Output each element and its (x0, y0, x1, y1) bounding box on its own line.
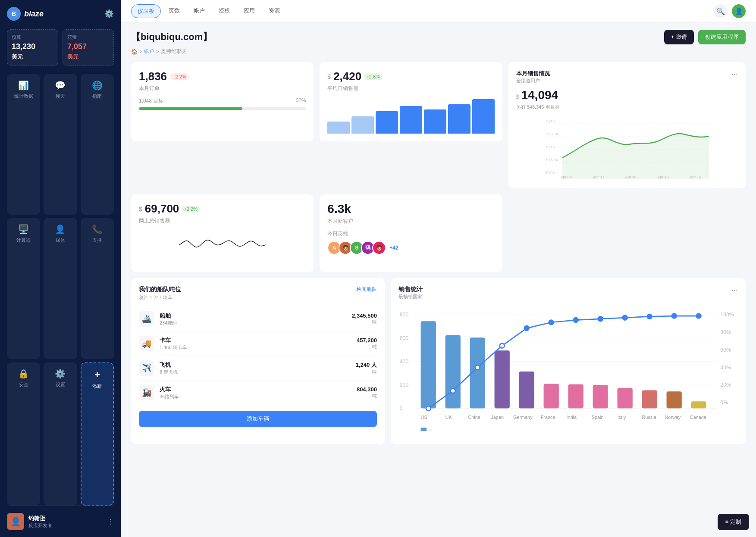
hero-avatar-5: 🧑 (372, 241, 386, 255)
monthly-more-btn[interactable]: ··· (731, 70, 738, 79)
breadcrumb-current: 奥弗维耶夫 (161, 48, 187, 55)
avg-sales-card: $ 2,420 ↑2.6% 平均日销售额 (320, 62, 502, 141)
train-count: 36路列车 (160, 393, 351, 400)
breadcrumb-accounts[interactable]: 帐户 (144, 48, 154, 55)
user-avatar: 👤 (7, 513, 24, 530)
bottom-row: 我们的船队吨位 总计 1,247 辆车 检阅舰队 🚢 船舶 234艘船 2,34… (131, 278, 746, 444)
nav-item-stats[interactable]: 📊 统计数据 (7, 74, 40, 215)
user-info: 约翰逊 反应开发者 (28, 515, 103, 529)
logo: B blaze (7, 7, 44, 21)
create-app-button[interactable]: 创建应用程序 (698, 30, 746, 44)
svg-text:Italy: Italy (617, 415, 626, 420)
support-icon: 📞 (92, 224, 103, 234)
orders-label: 本月订单 (139, 85, 306, 92)
svg-text:France: France (541, 415, 555, 420)
sidebar-footer: 👤 约翰逊 反应开发者 ⋮ (7, 506, 114, 530)
svg-text:40%: 40% (720, 365, 731, 371)
total-badge: ↑2.2% (182, 206, 200, 212)
svg-point-32 (475, 365, 480, 370)
invite-button[interactable]: + 邀请 (664, 30, 694, 44)
svg-text:Russia: Russia (642, 415, 656, 420)
truck-info: 卡车 1,460 辆卡车 (160, 337, 351, 351)
orders-card: 1,836 ↓2.2% 本月订单 1,048 目标 62% (131, 62, 314, 141)
monthly-amount: 14,094 (521, 88, 558, 102)
total-value: 69,700 (145, 202, 179, 215)
tab-auth[interactable]: 授权 (213, 4, 236, 18)
logo-text: blaze (24, 9, 44, 19)
budget-card: 预算 13,230美元 (7, 29, 58, 66)
orders-badge: ↓2.2% (170, 73, 189, 80)
user-role: 反应开发者 (28, 522, 103, 529)
nav-label-media: 媒体 (56, 237, 65, 244)
nav-item-chat[interactable]: 💬 聊天 (44, 74, 77, 215)
train-info: 火车 36路列车 (160, 386, 351, 400)
progress-pct: 62% (295, 97, 306, 105)
svg-text:Norway: Norway (665, 415, 681, 420)
nav-label-settings: 设置 (56, 381, 65, 388)
security-icon: 🔒 (18, 368, 29, 379)
nav-item-guide[interactable]: 🌐 指南 (81, 74, 114, 215)
nav-item-calc[interactable]: 🖥️ 计算器 (7, 218, 40, 359)
bar-Russia (642, 390, 657, 408)
customize-button[interactable]: ≡ 定制 (718, 514, 749, 530)
bar-India (568, 384, 583, 409)
tab-dashboard[interactable]: 仪表板 (131, 4, 161, 18)
topnav-avatar[interactable]: 👤 (732, 4, 746, 18)
nav-label-chat: 聊天 (56, 93, 65, 100)
breadcrumb: 🏠 > 帐户 > 奥弗维耶夫 (131, 48, 746, 55)
add-vehicle-button[interactable]: 添加车辆 (139, 411, 377, 427)
nav-item-add[interactable]: + 添新 (81, 362, 114, 506)
svg-text:$13.5K: $13.5K (546, 158, 558, 162)
svg-text:Apr 07: Apr 07 (593, 175, 604, 179)
monthly-header: 本月销售情况 全渠道用户 (516, 70, 550, 84)
train-icon: 🚂 (139, 385, 154, 400)
svg-text:~: ~ (429, 428, 431, 433)
search-icon[interactable]: 🔍 (714, 4, 728, 18)
tab-apps[interactable]: 应用 (238, 4, 261, 18)
ship-name: 船舶 (160, 312, 347, 320)
svg-point-38 (623, 315, 627, 320)
user-more-icon[interactable]: ⋮ (107, 518, 114, 526)
svg-point-41 (696, 314, 701, 318)
plane-amount: 1,240 人 (356, 361, 377, 369)
nav-item-security[interactable]: 🔒 安全 (7, 362, 40, 506)
fleet-card: 我们的船队吨位 总计 1,247 辆车 检阅舰队 🚢 船舶 234艘船 2,34… (131, 278, 385, 444)
sidebar: B blaze ⚙️ 预算 13,230美元 花费 7,057美元 📊 统计数据… (0, 0, 121, 537)
monthly-target-text: 另有 $48,346 至目标 (516, 104, 738, 110)
tab-pages[interactable]: 页数 (163, 4, 186, 18)
svg-text:Apr 16: Apr 16 (690, 175, 701, 179)
fleet-item-truck: 🚚 卡车 1,460 辆卡车 457,200 吨 (139, 331, 377, 356)
avg-label: 平均日销售额 (327, 85, 494, 92)
nav-item-settings[interactable]: ⚙️ 设置 (44, 362, 77, 506)
svg-point-36 (574, 318, 578, 322)
nav-item-media[interactable]: 👤 媒体 (44, 218, 77, 359)
fleet-link[interactable]: 检阅舰队 (356, 286, 377, 293)
svg-text:China: China (468, 415, 480, 420)
svg-text:100%: 100% (720, 312, 734, 318)
monthly-subtitle: 全渠道用户 (516, 78, 550, 84)
bar-Spain (593, 385, 608, 408)
svg-text:600: 600 (400, 335, 409, 341)
stats-icon: 📊 (18, 80, 29, 91)
ship-icon: 🚢 (139, 311, 154, 327)
tab-accounts[interactable]: 帐户 (188, 4, 211, 18)
sidebar-settings-icon[interactable]: ⚙️ (104, 9, 114, 19)
svg-text:0%: 0% (720, 400, 728, 406)
svg-point-40 (672, 314, 677, 318)
sales-more-btn[interactable]: ··· (731, 286, 738, 295)
sales-title: 销售统计 (398, 286, 423, 293)
monthly-area-chart: $24K $20.5K $17K $13.5K $10K Apr 04 Apr … (516, 110, 738, 179)
progress-label: 1,048 目标 62% (139, 97, 306, 105)
ship-value: 2,345,500 吨 (352, 312, 377, 325)
tab-resources[interactable]: 资源 (263, 4, 286, 18)
truck-icon: 🚚 (139, 336, 154, 351)
nav-item-support[interactable]: 📞 支持 (81, 218, 114, 359)
bar-2 (351, 116, 374, 134)
orders-progress: 1,048 目标 62% (139, 97, 306, 110)
calc-icon: 🖥️ (18, 224, 29, 234)
avg-badge: ↑2.6% (364, 73, 383, 80)
progress-bar (139, 107, 306, 110)
fleet-item-plane: ✈️ 飞机 8 架飞机 1,240 人 吨 (139, 356, 377, 381)
svg-point-31 (451, 388, 455, 393)
media-icon: 👤 (55, 224, 66, 234)
